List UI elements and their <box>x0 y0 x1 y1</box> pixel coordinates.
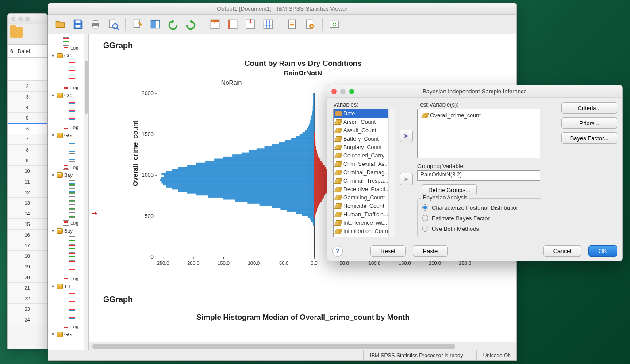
row-header[interactable]: 21 <box>8 283 47 293</box>
goto-data-button[interactable] <box>207 17 223 32</box>
variable-item[interactable]: Kidnapping_Count <box>334 235 395 237</box>
outline-item[interactable]: ▼GG <box>50 131 88 139</box>
save-button[interactable] <box>70 17 85 32</box>
variable-item[interactable]: Interference_wit... <box>334 218 395 227</box>
outline-item[interactable] <box>50 139 88 147</box>
outline-item[interactable] <box>50 251 88 259</box>
row-header[interactable]: 11 <box>8 176 47 187</box>
varbox-scrollbar[interactable] <box>388 109 395 237</box>
outline-item[interactable] <box>50 107 88 115</box>
variable-item[interactable]: Human_Trafficin... <box>334 210 395 218</box>
recall-dialog-button[interactable] <box>148 17 163 32</box>
outline-item[interactable] <box>50 115 88 123</box>
row-header[interactable]: 4 <box>8 102 47 113</box>
outline-item[interactable]: Log <box>50 163 88 171</box>
variable-item[interactable]: Date <box>334 109 395 118</box>
row-header[interactable]: 14 <box>8 208 47 219</box>
row-header[interactable]: 5 <box>8 113 47 123</box>
help-button[interactable]: ? <box>332 246 343 257</box>
variable-item[interactable]: Assult_Count <box>334 126 395 134</box>
select-last-button[interactable] <box>285 17 300 32</box>
outline-item[interactable] <box>50 155 88 163</box>
outline-item[interactable]: Log <box>50 275 88 283</box>
variable-item[interactable]: Intimidation_Count <box>334 227 395 235</box>
row-header[interactable]: 15 <box>8 219 47 230</box>
row-header[interactable]: 18 <box>8 251 47 261</box>
variable-item[interactable]: Arson_Count <box>334 118 395 126</box>
goto-case-button[interactable] <box>225 17 240 32</box>
zoom-icon[interactable] <box>349 89 354 94</box>
row-header[interactable]: 9 <box>8 155 47 166</box>
outline-item[interactable] <box>50 299 88 307</box>
outline-item[interactable] <box>50 235 88 243</box>
radio-both[interactable]: Use Both Methods <box>422 223 537 234</box>
variable-item[interactable]: Deceptive_Practi... <box>334 185 395 193</box>
print-preview-button[interactable] <box>106 17 121 32</box>
row-header[interactable]: 22 <box>8 293 47 304</box>
variable-item[interactable]: Criminal_Trespa... <box>334 176 395 185</box>
horizontal-scrollbar[interactable] <box>89 342 516 350</box>
outline-item[interactable] <box>50 211 88 219</box>
outline-item[interactable]: ▼GG <box>50 52 88 60</box>
grouping-variable-field[interactable]: RainOrNotN(3 2) <box>417 170 540 181</box>
outline-item[interactable] <box>50 291 88 299</box>
outline-item[interactable] <box>50 259 88 267</box>
bayes-factor-button[interactable]: Bayes Factor... <box>561 132 617 144</box>
variable-item[interactable]: Battery_Count <box>334 134 395 143</box>
ok-button[interactable]: OK <box>588 245 617 257</box>
goto-variable-button[interactable] <box>243 17 258 32</box>
outline-item[interactable]: ▼GG <box>50 92 88 100</box>
outline-item[interactable]: Log <box>50 322 88 330</box>
outline-item[interactable]: Log <box>50 219 88 227</box>
row-header[interactable]: 3 <box>8 92 47 102</box>
row-header[interactable]: 24 <box>8 314 47 325</box>
row-header[interactable]: 23 <box>8 304 47 314</box>
outline-pane[interactable]: Log▼GGLog▼GGLog▼GGLog▼BayLog▼BayLog▼T-1L… <box>48 34 89 350</box>
criteria-button[interactable]: Criteria... <box>561 102 617 114</box>
open-icon[interactable] <box>10 27 23 38</box>
variables-listbox[interactable]: DateArson_CountAssult_CountBattery_Count… <box>333 109 395 237</box>
radio-bayes-factor[interactable]: Estimate Bayes Factor <box>422 213 537 223</box>
outline-item[interactable] <box>50 307 88 314</box>
outline-item[interactable] <box>50 36 88 44</box>
outline-item[interactable] <box>50 195 88 203</box>
row-header[interactable]: 10 <box>8 166 47 176</box>
row-header[interactable]: 16 <box>8 230 47 240</box>
outline-item[interactable] <box>50 60 88 68</box>
outline-scrollbar[interactable] <box>84 34 88 350</box>
redo-button[interactable] <box>183 17 198 32</box>
row-header[interactable]: 20 <box>8 272 47 283</box>
row-header[interactable]: 13 <box>8 198 47 208</box>
variable-item[interactable]: Gambling_Count <box>334 193 395 202</box>
reset-button[interactable]: Reset <box>370 245 406 257</box>
variable-item[interactable]: Burglary_Count <box>334 143 395 151</box>
variable-item[interactable]: Crim_Sexual_As... <box>334 160 395 168</box>
outline-item[interactable]: Log <box>50 123 88 131</box>
variable-item[interactable]: Colcealed_Carry... <box>334 151 395 160</box>
export-button[interactable] <box>130 17 145 32</box>
radio-posterior[interactable]: Characterize Posterior Distribution <box>422 202 537 213</box>
outline-item[interactable] <box>50 243 88 251</box>
open-button[interactable] <box>53 17 68 32</box>
outline-item[interactable] <box>50 179 88 187</box>
outline-item[interactable]: Log <box>50 44 88 52</box>
move-to-test-button[interactable]: ➤ <box>400 130 413 142</box>
undo-button[interactable] <box>165 17 181 32</box>
define-groups-button[interactable]: Define Groups... <box>422 184 477 195</box>
name-box[interactable]: 6 : DateII <box>8 45 47 58</box>
cancel-button[interactable]: Cancel <box>543 245 581 257</box>
variable-item[interactable]: Criminal_Damag... <box>334 168 395 176</box>
row-header[interactable]: 8 <box>8 145 47 155</box>
close-icon[interactable] <box>331 89 337 94</box>
move-to-group-button[interactable]: ➤ <box>400 173 413 185</box>
outline-item[interactable] <box>50 187 88 195</box>
outline-item[interactable]: ▼Bay <box>50 171 88 179</box>
row-header[interactable]: 19 <box>8 261 47 272</box>
variables-button[interactable] <box>261 17 276 32</box>
paste-button[interactable]: Paste <box>413 245 448 257</box>
test-variables-listbox[interactable]: Overall_crime_count <box>417 109 540 158</box>
priors-button[interactable]: Priors... <box>561 117 617 129</box>
variable-item[interactable]: Homicide_Count <box>334 202 395 210</box>
outline-item[interactable] <box>50 100 88 107</box>
row-header[interactable]: 6 <box>8 123 47 134</box>
